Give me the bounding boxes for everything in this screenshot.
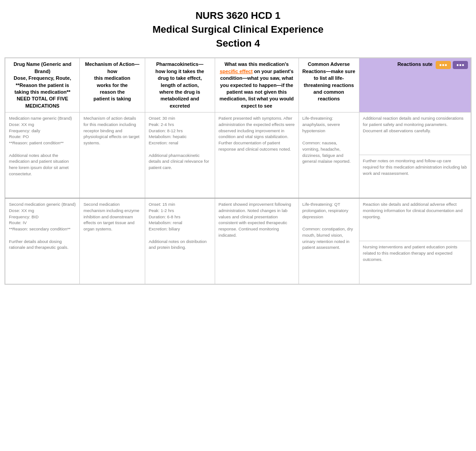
cell-adverse-1: Life-threatening: anaphylaxis, severe hy… <box>299 113 359 199</box>
col-header-reactions: Reactions sute ●●● ●●● <box>359 58 471 113</box>
cell-mechanism-2: Second medication mechanism including en… <box>80 198 145 284</box>
col-header-mechanism: Mechanism of Action—how this medication … <box>80 58 145 113</box>
col-header-pharma: Pharmacokinetics— how long it takes the … <box>145 58 215 113</box>
medication-table: Drug Name (Generic and Brand) Dose, Freq… <box>5 58 471 284</box>
header-row: Drug Name (Generic and Brand) Dose, Freq… <box>5 58 471 113</box>
cell-reactions-1-bottom: Further notes on monitoring and follow-u… <box>359 155 471 198</box>
col-header-effect: What was this medication's specific effe… <box>215 58 299 113</box>
main-table-wrapper: Drug Name (Generic and Brand) Dose, Freq… <box>4 57 472 285</box>
cell-drug-1: Medication name generic (Brand) Dose: XX… <box>5 113 80 199</box>
reactions-header-text: Reactions sute <box>398 61 433 67</box>
cell-effect-2: Patient showed improvement following adm… <box>215 198 299 284</box>
col-header-drug: Drug Name (Generic and Brand) Dose, Freq… <box>5 58 80 113</box>
cell-reactions-1-top: Additional reaction details and nursing … <box>359 113 471 155</box>
cell-reactions-2-bottom: Nursing interventions and patient educat… <box>359 241 471 284</box>
cell-pharma-2: Onset: 15 min Peak: 1-2 hrs Duration: 6-… <box>145 198 215 284</box>
table-row: Second medication generic (Brand) Dose: … <box>5 198 471 284</box>
title-line1: NURS 3620 HCD 1 <box>195 10 281 21</box>
cell-reactions-2-top: Reaction site details and additional adv… <box>359 199 471 241</box>
title-line3: Section 4 <box>216 38 260 49</box>
header-badges: ●●● ●●● <box>436 61 468 69</box>
col-header-adverse: Common Adverse Reactions—make sure to li… <box>299 58 359 113</box>
specific-effect-text: specific effect <box>220 69 252 74</box>
page-title: NURS 3620 HCD 1 Medical Surgical Clinica… <box>4 9 472 50</box>
cell-reactions-2: Reaction site details and additional adv… <box>359 198 471 284</box>
table-row: Medication name generic (Brand) Dose: XX… <box>5 113 471 199</box>
cell-adverse-2: Life-threatening: QT prolongation, respi… <box>299 198 359 284</box>
cell-pharma-1: Onset: 30 min Peak: 2-4 hrs Duration: 8-… <box>145 113 215 199</box>
badge-orange: ●●● <box>436 61 451 69</box>
badge-purple: ●●● <box>453 61 468 69</box>
cell-effect-1: Patient presented with symptoms. After a… <box>215 113 299 199</box>
cell-drug-2: Second medication generic (Brand) Dose: … <box>5 198 80 284</box>
page-container: NURS 3620 HCD 1 Medical Surgical Clinica… <box>0 0 476 294</box>
cell-mechanism-1: Mechanism of action details for this med… <box>80 113 145 199</box>
cell-reactions-1: Additional reaction details and nursing … <box>359 113 471 199</box>
title-line2: Medical Surgical Clinical Experience <box>152 24 324 35</box>
